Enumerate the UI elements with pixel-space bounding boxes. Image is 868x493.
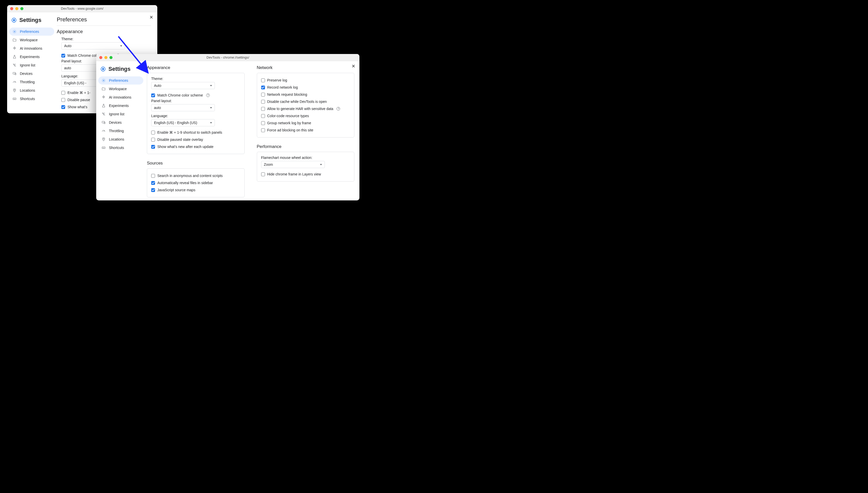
- svg-point-1: [13, 19, 15, 21]
- minimize-traffic-light[interactable]: [104, 56, 107, 59]
- minimize-traffic-light[interactable]: [15, 7, 18, 10]
- checkbox-icon: [261, 121, 265, 125]
- har-sensitive-checkbox-row[interactable]: Allow to generate HAR with sensitive dat…: [261, 105, 350, 112]
- sidebar-item-ignore-list[interactable]: Ignore list: [9, 61, 54, 69]
- settings-sidebar: Settings Preferences Workspace AI innova…: [7, 12, 57, 113]
- checkbox-checked-icon: [261, 86, 265, 89]
- help-icon[interactable]: ?: [336, 107, 340, 110]
- close-traffic-light[interactable]: [99, 56, 102, 59]
- disable-pause-label: Disable paused state overlay: [157, 137, 203, 142]
- auto-reveal-label: Automatically reveal files in sidebar: [157, 181, 213, 185]
- sidebar-item-experiments[interactable]: Experiments: [9, 53, 54, 61]
- sidebar-item-label: Workspace: [20, 38, 38, 42]
- sidebar-item-experiments[interactable]: Experiments: [98, 102, 143, 110]
- sidebar-item-shortcuts[interactable]: Shortcuts: [9, 95, 54, 103]
- flamechart-label: Flamechart mouse wheel action:: [261, 156, 350, 160]
- titlebar: DevTools - chrome://settings/: [96, 54, 359, 61]
- hide-chrome-frame-checkbox-row[interactable]: Hide chrome frame in Layers view: [261, 171, 350, 178]
- force-ad-block-checkbox-row[interactable]: Force ad blocking on this site: [261, 127, 350, 134]
- sidebar-item-throttling[interactable]: Throttling: [9, 78, 54, 86]
- checkbox-icon: [61, 98, 65, 102]
- sidebar-item-workspace[interactable]: Workspace: [98, 85, 143, 93]
- pin-icon: [12, 88, 17, 93]
- sidebar-item-label: Ignore list: [20, 63, 36, 67]
- search-anonymous-label: Search in anonymous and content scripts: [157, 174, 223, 178]
- sidebar-item-ai-innovations[interactable]: AI innovations: [9, 44, 54, 52]
- search-anonymous-checkbox-row[interactable]: Search in anonymous and content scripts: [151, 172, 240, 179]
- network-blocking-checkbox-row[interactable]: Network request blocking: [261, 91, 350, 98]
- panel-layout-select[interactable]: auto: [151, 104, 215, 111]
- preserve-log-checkbox-row[interactable]: Preserve log: [261, 77, 350, 84]
- devtools-settings-window-b: DevTools - chrome://settings/ ✕ Settings…: [96, 54, 359, 200]
- checkbox-icon: [261, 172, 265, 176]
- disable-cache-label: Disable cache while DevTools is open: [267, 100, 327, 104]
- chevron-down-icon: [210, 122, 212, 124]
- disable-pause-checkbox-row[interactable]: Disable paused state overlay: [151, 136, 240, 143]
- performance-card: Flamechart mouse wheel action: Zoom Hide…: [257, 152, 355, 181]
- disable-cache-checkbox-row[interactable]: Disable cache while DevTools is open: [261, 98, 350, 105]
- checkbox-icon: [61, 91, 65, 95]
- match-chrome-color-checkbox-row[interactable]: Match Chrome color scheme ?: [151, 92, 240, 99]
- sidebar-item-locations[interactable]: Locations: [98, 135, 143, 143]
- panel-layout-select-value: auto: [154, 106, 161, 110]
- zoom-traffic-light[interactable]: [109, 56, 112, 59]
- help-icon[interactable]: ?: [206, 93, 210, 97]
- settings-heading: Settings: [19, 17, 42, 23]
- record-network-log-checkbox-row[interactable]: Record network log: [261, 84, 350, 91]
- record-network-log-label: Record network log: [267, 85, 298, 89]
- sources-section-heading: Sources: [147, 161, 245, 166]
- enable-cmd-1-9-checkbox-row[interactable]: Enable ⌘ + 1-9 shortcut to switch panels: [151, 129, 240, 136]
- language-select-value: English (US) -: [64, 81, 86, 85]
- sidebar-item-throttling[interactable]: Throttling: [98, 127, 143, 135]
- close-icon[interactable]: ✕: [149, 15, 154, 20]
- sidebar-item-ai-innovations[interactable]: AI innovations: [98, 93, 143, 101]
- sidebar-item-devices[interactable]: Devices: [9, 69, 54, 78]
- js-source-maps-checkbox-row[interactable]: JavaScript source maps: [151, 187, 240, 194]
- auto-reveal-checkbox-row[interactable]: Automatically reveal files in sidebar: [151, 179, 240, 187]
- group-by-frame-checkbox-row[interactable]: Group network log by frame: [261, 120, 350, 127]
- theme-select-value: Auto: [154, 84, 161, 88]
- sidebar-item-workspace[interactable]: Workspace: [9, 36, 54, 44]
- flask-icon: [101, 103, 106, 108]
- sidebar-item-preferences[interactable]: Preferences: [9, 27, 54, 36]
- settings-sidebar: Settings Preferences Workspace AI innova…: [96, 61, 146, 200]
- theme-label: Theme:: [61, 37, 151, 41]
- enable-cmd-1-9-label: Enable ⌘ + 1-9 shortcut to switch panels: [157, 130, 222, 134]
- language-label: Language:: [151, 114, 240, 118]
- preserve-log-label: Preserve log: [267, 78, 287, 82]
- sidebar-item-label: Shortcuts: [109, 146, 124, 150]
- svg-point-5: [14, 89, 15, 90]
- sidebar-item-preferences[interactable]: Preferences: [98, 77, 143, 85]
- checkbox-icon: [261, 93, 265, 97]
- sidebar-item-shortcuts[interactable]: Shortcuts: [98, 144, 143, 152]
- flamechart-select-value: Zoom: [264, 163, 273, 167]
- pin-icon: [101, 137, 106, 142]
- gauge-icon: [101, 129, 106, 133]
- sidebar-item-label: AI innovations: [20, 46, 42, 50]
- sidebar-item-ignore-list[interactable]: Ignore list: [98, 110, 143, 118]
- checkbox-icon: [261, 114, 265, 118]
- theme-select[interactable]: Auto: [151, 82, 215, 89]
- flamechart-select[interactable]: Zoom: [261, 161, 325, 168]
- sources-card: Search in anonymous and content scripts …: [147, 168, 245, 197]
- sidebar-item-locations[interactable]: Locations: [9, 86, 54, 94]
- language-select[interactable]: English (US) - English (US): [151, 119, 215, 126]
- force-ad-block-label: Force ad blocking on this site: [267, 128, 313, 132]
- close-icon[interactable]: ✕: [351, 64, 356, 69]
- chevron-down-icon: [120, 45, 122, 47]
- network-card: Preserve log Record network log Network …: [257, 73, 355, 137]
- svg-point-2: [14, 31, 15, 32]
- svg-rect-10: [102, 121, 104, 123]
- enable-cmd-1-9-label: Enable ⌘ + 1-: [67, 91, 90, 95]
- disable-pause-label: Disable pause: [67, 98, 90, 102]
- show-whats-new-checkbox-row[interactable]: Show what's new after each update: [151, 143, 240, 150]
- svg-rect-13: [102, 147, 105, 149]
- sidebar-item-label: Preferences: [20, 29, 39, 34]
- sidebar-item-devices[interactable]: Devices: [98, 119, 143, 127]
- zoom-traffic-light[interactable]: [20, 7, 23, 10]
- hide-chrome-frame-label: Hide chrome frame in Layers view: [267, 172, 321, 176]
- close-traffic-light[interactable]: [10, 7, 13, 10]
- color-code-checkbox-row[interactable]: Color-code resource types: [261, 112, 350, 120]
- theme-select[interactable]: Auto: [61, 42, 125, 49]
- sparkle-icon: [12, 46, 17, 51]
